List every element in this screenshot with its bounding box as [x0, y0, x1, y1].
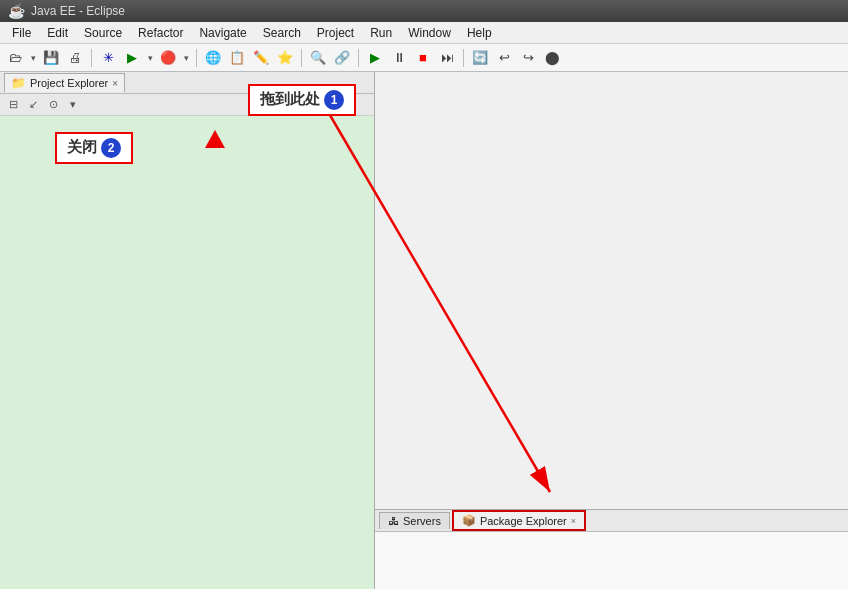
toolbar: 🗁 ▾ 💾 🖨 ✳ ▶ ▾ 🔴 ▾ 🌐 📋 ✏️ ⭐ 🔍 🔗 ▶ ⏸ ■ ⏭ 🔄: [0, 44, 848, 72]
toolbar-sep-2: [196, 49, 197, 67]
menu-edit[interactable]: Edit: [39, 24, 76, 42]
toolbar-last[interactable]: ⬤: [541, 47, 563, 69]
annotation-badge-1: 1: [324, 90, 344, 110]
toolbar-step[interactable]: ⏭: [436, 47, 458, 69]
annotation-close-text: 关闭: [67, 138, 97, 155]
bottom-tab-bar: 🖧 Servers 📦 Package Explorer ×: [375, 510, 848, 532]
toolbar-print[interactable]: 🖨: [64, 47, 86, 69]
eclipse-window: ☕ Java EE - Eclipse File Edit Source Ref…: [0, 0, 848, 589]
toolbar-run2-dropdown[interactable]: ▾: [181, 47, 191, 69]
package-explorer-close[interactable]: ×: [571, 516, 576, 526]
servers-tab[interactable]: 🖧 Servers: [379, 512, 450, 529]
toolbar-pause[interactable]: ⏸: [388, 47, 410, 69]
toolbar-run-dropdown[interactable]: ▾: [145, 47, 155, 69]
app-title: Java EE - Eclipse: [31, 4, 125, 18]
package-explorer-tab[interactable]: 📦 Package Explorer ×: [452, 510, 586, 531]
toolbar-back[interactable]: ↩: [493, 47, 515, 69]
menu-file[interactable]: File: [4, 24, 39, 42]
toolbar-sep-1: [91, 49, 92, 67]
link-editor-btn[interactable]: ↙: [24, 96, 42, 114]
menu-source[interactable]: Source: [76, 24, 130, 42]
servers-icon: 🖧: [388, 515, 399, 527]
bottom-tab-area: 🖧 Servers 📦 Package Explorer ×: [375, 509, 848, 589]
project-explorer-content: [0, 116, 374, 589]
toolbar-search2[interactable]: 🔗: [331, 47, 353, 69]
package-explorer-icon: 📦: [462, 514, 476, 527]
toolbar-launch[interactable]: ▶: [364, 47, 386, 69]
toolbar-ext1[interactable]: 🌐: [202, 47, 224, 69]
annotation-close: 关闭2: [55, 132, 133, 164]
menu-navigate[interactable]: Navigate: [191, 24, 254, 42]
app-wrapper: ☕ Java EE - Eclipse File Edit Source Ref…: [0, 0, 848, 589]
project-explorer-icon: 📁: [11, 76, 26, 90]
project-explorer-close[interactable]: ×: [112, 78, 118, 89]
panel-menu-dropdown[interactable]: ▾: [64, 96, 82, 114]
view-menu-btn[interactable]: ⊙: [44, 96, 62, 114]
package-explorer-label: Package Explorer: [480, 515, 567, 527]
collapse-all-btn[interactable]: ⊟: [4, 96, 22, 114]
toolbar-new-dropdown[interactable]: ▾: [28, 47, 38, 69]
app-icon: ☕: [8, 3, 25, 19]
toolbar-stop[interactable]: ■: [412, 47, 434, 69]
toolbar-run[interactable]: ▶: [121, 47, 143, 69]
toolbar-ext4[interactable]: ⭐: [274, 47, 296, 69]
menu-project[interactable]: Project: [309, 24, 362, 42]
toolbar-sep-4: [358, 49, 359, 67]
toolbar-sep-5: [463, 49, 464, 67]
project-explorer-tab[interactable]: 📁 Project Explorer ×: [4, 73, 125, 92]
menu-help[interactable]: Help: [459, 24, 500, 42]
toolbar-search1[interactable]: 🔍: [307, 47, 329, 69]
annotation-badge-2: 2: [101, 138, 121, 158]
toolbar-fwd[interactable]: ↪: [517, 47, 539, 69]
annotation-drag-text: 拖到此处: [260, 90, 320, 107]
servers-label: Servers: [403, 515, 441, 527]
toolbar-run2[interactable]: 🔴: [157, 47, 179, 69]
project-explorer-label: Project Explorer: [30, 77, 108, 89]
annotation-drag-here: 拖到此处1: [248, 84, 356, 116]
menu-search[interactable]: Search: [255, 24, 309, 42]
menu-bar: File Edit Source Refactor Navigate Searc…: [0, 22, 848, 44]
title-bar: ☕ Java EE - Eclipse: [0, 0, 848, 22]
toolbar-debug[interactable]: ✳: [97, 47, 119, 69]
toolbar-save[interactable]: 💾: [40, 47, 62, 69]
right-panel: 🖧 Servers 📦 Package Explorer ×: [375, 72, 848, 589]
menu-window[interactable]: Window: [400, 24, 459, 42]
toolbar-ext3[interactable]: ✏️: [250, 47, 272, 69]
toolbar-new[interactable]: 🗁: [4, 47, 26, 69]
toolbar-ext2[interactable]: 📋: [226, 47, 248, 69]
toolbar-refresh[interactable]: 🔄: [469, 47, 491, 69]
toolbar-sep-3: [301, 49, 302, 67]
menu-run[interactable]: Run: [362, 24, 400, 42]
editor-area: [375, 72, 848, 509]
menu-refactor[interactable]: Refactor: [130, 24, 191, 42]
bottom-content: [375, 532, 848, 589]
